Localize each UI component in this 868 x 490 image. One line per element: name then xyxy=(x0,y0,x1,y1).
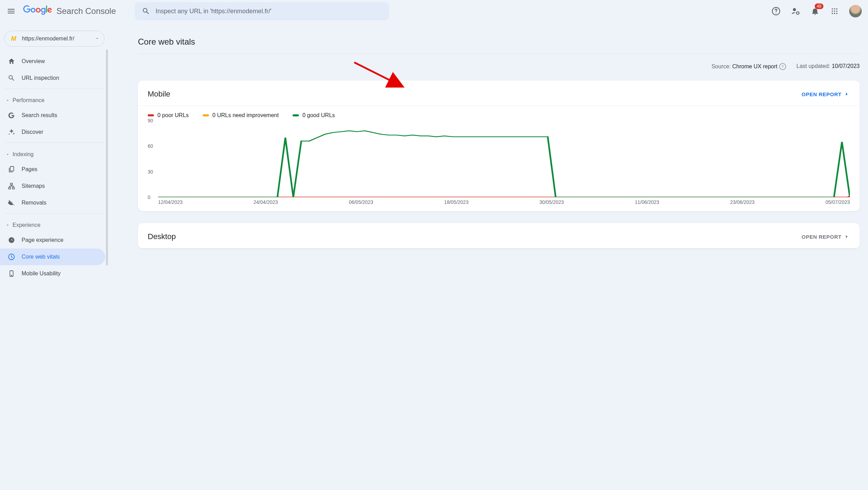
google-search-console-logo: Search Console xyxy=(21,5,116,17)
notifications-badge: 49 xyxy=(815,3,823,9)
nav-label: Pages xyxy=(22,166,37,173)
nav-label: Discover xyxy=(22,129,43,135)
search-box[interactable] xyxy=(135,2,389,20)
sidebar-item-url-inspection[interactable]: URL inspection xyxy=(0,70,105,86)
main-content: Core web vitals Source: Chrome UX report… xyxy=(109,22,868,490)
site-favicon: M xyxy=(9,35,18,43)
sidebar-item-mobile-usability[interactable]: Mobile Usability xyxy=(0,265,105,282)
svg-point-1 xyxy=(776,13,776,13)
notifications-icon[interactable]: 49 xyxy=(810,6,820,16)
svg-point-4 xyxy=(832,8,833,10)
google-g-icon xyxy=(8,112,15,119)
app-header: Search Console 49 xyxy=(0,0,868,22)
apps-grid-icon[interactable] xyxy=(830,6,839,16)
svg-point-11 xyxy=(834,13,835,14)
chart-svg xyxy=(158,121,850,197)
svg-point-5 xyxy=(834,8,835,10)
section-label: Indexing xyxy=(13,151,34,158)
swatch-poor xyxy=(148,114,154,116)
divider xyxy=(4,89,104,89)
svg-rect-13 xyxy=(10,167,14,171)
caret-down-icon xyxy=(95,36,99,42)
chart-plot-area xyxy=(158,121,850,197)
nav-label: Removals xyxy=(22,200,46,206)
property-selector[interactable]: M https://enmodemel.fr/ xyxy=(4,31,104,47)
page-experience-icon xyxy=(8,236,15,244)
svg-point-7 xyxy=(832,10,833,12)
source-label: Source: xyxy=(712,63,733,69)
search-icon xyxy=(8,74,15,82)
swatch-need xyxy=(203,114,209,116)
account-avatar[interactable] xyxy=(849,5,862,17)
divider xyxy=(138,248,860,248)
section-label: Performance xyxy=(13,97,45,104)
google-logo xyxy=(21,5,54,17)
card-desktop-title: Desktop xyxy=(148,232,176,241)
nav-label: Mobile Usability xyxy=(22,270,61,277)
pages-icon xyxy=(8,166,15,173)
svg-point-3 xyxy=(797,12,799,14)
svg-point-8 xyxy=(834,10,835,12)
svg-point-2 xyxy=(793,8,796,11)
svg-rect-16 xyxy=(13,187,15,189)
legend-good[interactable]: 0 good URLs xyxy=(293,112,335,118)
home-icon xyxy=(8,58,15,65)
product-name: Search Console xyxy=(56,6,116,16)
nav-label: URL inspection xyxy=(22,75,59,81)
card-mobile: Mobile OPEN REPORT 0 poor URLs 0 URLs ne… xyxy=(138,81,860,211)
removals-icon xyxy=(8,199,15,207)
legend-poor[interactable]: 0 poor URLs xyxy=(148,112,189,118)
legend-need-improvement[interactable]: 0 URLs need improvement xyxy=(203,112,279,118)
legend-good-label: 0 good URLs xyxy=(302,112,335,118)
meta-row: Source: Chrome UX report ? Last updated:… xyxy=(138,63,860,70)
updated-label: Last updated: xyxy=(797,63,832,69)
section-label: Experience xyxy=(13,222,40,228)
sidebar-item-discover[interactable]: Discover xyxy=(0,124,105,140)
sidebar-item-overview[interactable]: Overview xyxy=(0,53,105,70)
divider xyxy=(4,213,104,214)
sidebar-item-page-experience[interactable]: Page experience xyxy=(0,232,105,248)
search-icon xyxy=(141,6,151,16)
y-axis: 0306090 xyxy=(148,121,158,197)
mobile-chart: 0306090 12/04/202324/04/202306/05/202318… xyxy=(148,121,850,211)
open-report-mobile[interactable]: OPEN REPORT xyxy=(801,91,850,97)
source-link[interactable]: Chrome UX report xyxy=(732,63,777,69)
property-url: https://enmodemel.fr/ xyxy=(22,36,91,42)
nav-label: Core web vitals xyxy=(22,254,60,260)
sidebar-item-removals[interactable]: Removals xyxy=(0,194,105,211)
open-report-label: OPEN REPORT xyxy=(801,234,842,240)
open-report-label: OPEN REPORT xyxy=(801,91,842,97)
scrollbar[interactable] xyxy=(106,49,108,266)
section-performance[interactable]: Performance xyxy=(0,91,109,107)
card-mobile-title: Mobile xyxy=(148,90,170,99)
sidebar-item-pages[interactable]: Pages xyxy=(0,161,105,178)
nav-label: Page experience xyxy=(22,237,63,243)
svg-point-22 xyxy=(847,196,850,197)
header-actions: 49 xyxy=(771,5,862,17)
divider xyxy=(138,54,860,54)
open-report-desktop[interactable]: OPEN REPORT xyxy=(801,233,850,240)
svg-rect-15 xyxy=(9,187,11,189)
section-indexing[interactable]: Indexing xyxy=(0,145,109,161)
menu-button[interactable] xyxy=(6,6,16,16)
updated-value: 10/07/2023 xyxy=(832,63,860,69)
chevron-right-icon xyxy=(844,233,850,240)
mobile-icon xyxy=(8,270,15,277)
help-tooltip-icon[interactable]: ? xyxy=(779,63,786,70)
nav-label: Sitemaps xyxy=(22,183,45,189)
sidebar-item-sitemaps[interactable]: Sitemaps xyxy=(0,178,105,194)
chart-legend: 0 poor URLs 0 URLs need improvement 0 go… xyxy=(138,106,860,121)
source-text: Source: Chrome UX report ? xyxy=(712,63,786,70)
chevron-right-icon xyxy=(844,91,850,97)
sidebar: M https://enmodemel.fr/ Overview URL ins… xyxy=(0,22,109,490)
help-icon[interactable] xyxy=(771,6,781,16)
sidebar-item-search-results[interactable]: Search results xyxy=(0,107,105,124)
users-settings-icon[interactable] xyxy=(791,6,800,16)
svg-rect-14 xyxy=(10,183,13,185)
vitals-icon xyxy=(8,253,15,261)
section-experience[interactable]: Experience xyxy=(0,216,109,232)
url-inspect-input[interactable] xyxy=(156,8,383,15)
divider xyxy=(4,143,104,143)
sitemap-icon xyxy=(8,182,15,190)
sidebar-item-core-web-vitals[interactable]: Core web vitals xyxy=(0,248,105,265)
